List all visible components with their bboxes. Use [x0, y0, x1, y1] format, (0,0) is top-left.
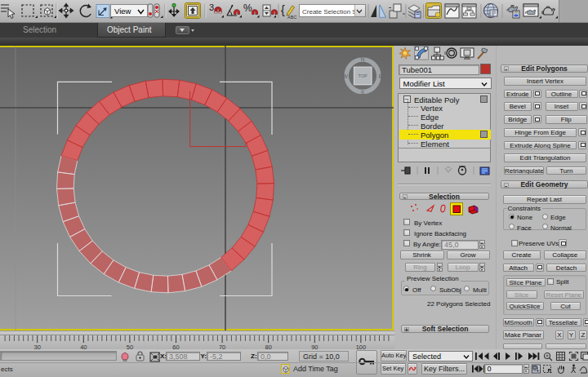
svg-text:S: S [361, 90, 365, 95]
svg-text:3: 3 [209, 2, 214, 12]
svg-text:{: { [281, 3, 285, 16]
svg-text:N: N [361, 56, 365, 62]
svg-text:E: E [379, 73, 383, 79]
svg-text:%: % [243, 2, 252, 14]
svg-text:ABC: ABC [287, 15, 296, 20]
svg-text:W: W [343, 73, 349, 79]
svg-text:TOP: TOP [359, 73, 368, 78]
